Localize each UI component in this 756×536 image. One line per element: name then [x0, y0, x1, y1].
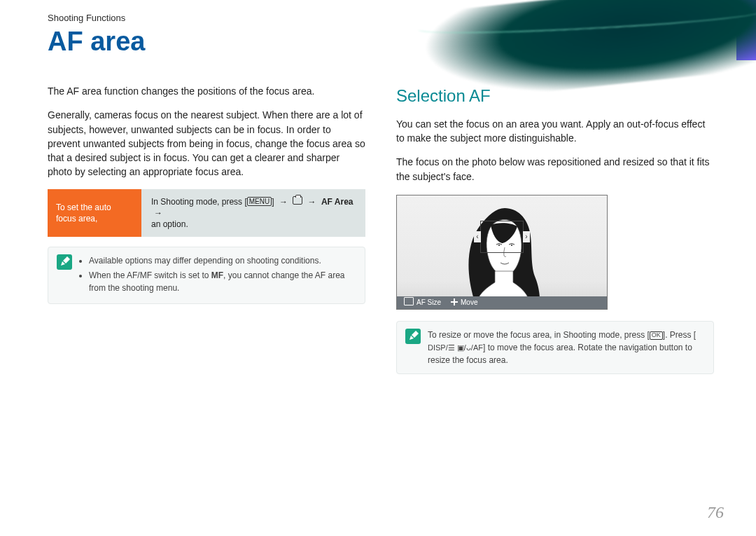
section-heading: Selection AF — [396, 84, 714, 109]
move-label: Move — [451, 298, 477, 308]
ok-key-icon: OK — [650, 331, 663, 340]
focus-area-box: ‹ › — [480, 221, 524, 253]
selection-paragraph-2: The focus on the photo below was reposit… — [396, 155, 714, 184]
pen-note-icon — [57, 254, 72, 270]
tip-b: ]. Press [ — [663, 330, 696, 340]
note-item-1: Available options may differ depending o… — [89, 254, 356, 267]
arrow-icon: → — [276, 196, 290, 207]
intro-paragraph-1: The AF area function changes the positio… — [48, 84, 365, 98]
instr-text-end: an option. — [151, 219, 188, 229]
note-item-2: When the AF/MF switch is set to MF, you … — [89, 269, 356, 294]
selection-paragraph-1: You can set the focus on an area you wan… — [396, 117, 714, 146]
menu-key-icon: MENU — [247, 197, 272, 206]
arrow-icon: → — [305, 196, 319, 207]
instruction-label: To set the auto focus area, — [48, 189, 141, 238]
right-column: Selection AF You can set the focus on an… — [396, 84, 714, 494]
tip-text: To resize or move the focus area, in Sho… — [428, 329, 705, 366]
tip-box: To resize or move the focus area, in Sho… — [396, 321, 714, 374]
page-number: 76 — [707, 503, 724, 522]
dpad-icon — [451, 298, 458, 305]
photo-status-bar: AF Size Move — [397, 296, 607, 309]
note2-a: When the AF/MF switch is set to — [89, 270, 211, 280]
af-size-label: AF Size — [404, 297, 441, 308]
note-list: Available options may differ depending o… — [79, 254, 356, 296]
disp-key-icon: DISP/☰ ▣/ᴗ/AF — [428, 342, 483, 354]
intro-paragraph-2: Generally, cameras focus on the nearest … — [48, 108, 365, 179]
sample-photo: ‹ › AF Size Move — [396, 195, 608, 310]
tip-a: To resize or move the focus area, in Sho… — [428, 330, 650, 340]
instr-af-area: AF Area — [321, 197, 354, 207]
focus-arrow-right-icon: › — [523, 231, 530, 242]
arrow-icon: → — [151, 207, 165, 219]
instruction-steps: In Shooting mode, press [MENU] → → AF Ar… — [141, 189, 365, 238]
instr-text-pre: In Shooting mode, press [ — [151, 197, 247, 207]
focus-arrow-left-icon: ‹ — [474, 231, 481, 242]
instr-text-mid1: ] — [272, 197, 276, 207]
instruction-box: To set the auto focus area, In Shooting … — [48, 189, 365, 238]
af-size-icon — [404, 297, 414, 305]
left-column: The AF area function changes the positio… — [48, 84, 365, 494]
camera-icon — [293, 196, 302, 205]
page-title: AF area — [48, 27, 145, 57]
note2-b: MF — [211, 270, 223, 280]
note-box: Available options may differ depending o… — [48, 247, 365, 304]
pen-note-icon — [405, 329, 421, 344]
breadcrumb: Shooting Functions — [48, 13, 125, 23]
